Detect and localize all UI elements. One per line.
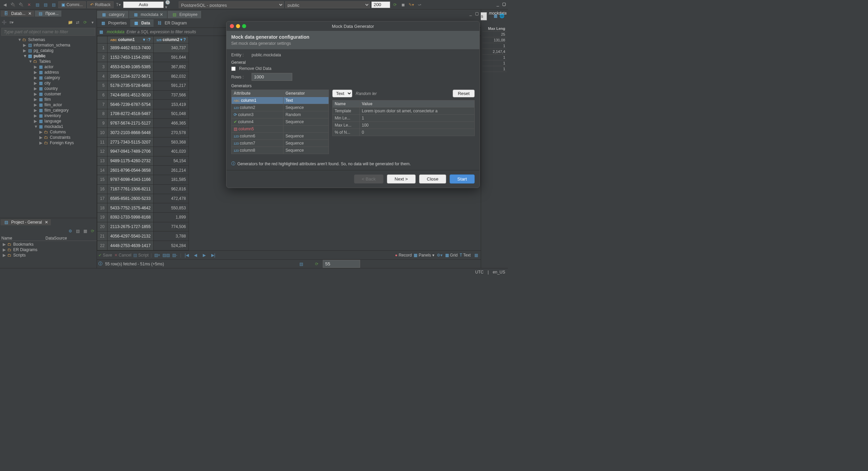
gen-attr-cell[interactable]: 123 column8 xyxy=(232,147,283,154)
refresh-icon[interactable]: ⟳ xyxy=(313,261,320,267)
cell[interactable]: 466,365 xyxy=(154,118,189,128)
history-icon[interactable]: 🕓▾ xyxy=(165,1,172,8)
del-row-icon[interactable]: ▤- xyxy=(172,252,178,259)
row-number[interactable]: 19 xyxy=(97,212,107,222)
cancel-button[interactable]: ✕ Cancel xyxy=(114,253,132,258)
rollback-button[interactable]: ↶Rollback xyxy=(87,1,114,8)
minimize-icon[interactable]: _ xyxy=(495,1,500,7)
cell[interactable]: 8392-1733-5998-8168 xyxy=(107,212,154,222)
script-button[interactable]: ▤ Script xyxy=(133,253,149,258)
subtab-er[interactable]: ⛓ER Diagram xyxy=(154,19,190,27)
cell[interactable]: 591,644 xyxy=(154,53,189,62)
cell[interactable]: 4056-4297-5540-2132 xyxy=(107,231,154,241)
tx-icon[interactable]: T▾ xyxy=(115,1,122,8)
table-country[interactable]: country xyxy=(44,86,58,91)
cell[interactable]: 583,368 xyxy=(154,137,189,147)
gen-attr-cell[interactable]: 123 column6 xyxy=(232,133,283,140)
tab-project-general[interactable]: ▤ Project - General ✕ xyxy=(1,219,51,225)
close-icon[interactable]: ✕ xyxy=(45,220,48,225)
rows-input[interactable] xyxy=(252,73,292,81)
export-icon[interactable]: ▤ xyxy=(298,261,304,267)
gear-icon[interactable]: ⚙▾ xyxy=(436,252,443,259)
row-number[interactable]: 10 xyxy=(97,128,107,137)
auto-commit-select[interactable] xyxy=(123,1,164,8)
prev-icon[interactable]: ◀ xyxy=(192,252,199,259)
table-language[interactable]: language xyxy=(44,119,61,124)
cell[interactable]: 3072-2103-8668-5448 xyxy=(107,128,154,137)
gen-attr-cell[interactable]: ▤ column5 xyxy=(232,126,283,133)
minimize-window-icon[interactable] xyxy=(236,24,240,28)
table-film-cat[interactable]: film_category xyxy=(44,108,68,113)
gen-type-cell[interactable] xyxy=(283,126,329,133)
schema-info[interactable]: information_schema xyxy=(34,43,70,48)
cell[interactable]: 6585-8581-2600-5233 xyxy=(107,194,154,203)
tables-node[interactable]: Tables xyxy=(39,59,51,64)
connect2-icon[interactable]: 🔌 xyxy=(18,1,24,8)
cell[interactable]: 1708-8272-4518-5487 xyxy=(107,109,154,119)
dup-row-icon[interactable]: ▤▤ xyxy=(163,252,170,259)
minimize-icon[interactable]: _ xyxy=(468,11,473,16)
row-number[interactable]: 17 xyxy=(97,194,107,203)
prop-value[interactable]: 1 xyxy=(360,115,475,122)
row-number[interactable]: 11 xyxy=(97,137,107,147)
stop-icon[interactable]: ◼ xyxy=(400,1,407,8)
disconnect-icon[interactable]: ✕ xyxy=(26,1,33,8)
row-limit-input[interactable] xyxy=(371,1,390,8)
tab-database-navigator[interactable]: 🗄 Datab... ✕ xyxy=(1,11,34,17)
bookmarks-node[interactable]: Bookmarks xyxy=(13,242,34,247)
cell[interactable]: 153,419 xyxy=(154,100,189,109)
table-city[interactable]: city xyxy=(44,81,51,86)
datasource-select[interactable]: PostgreSQL - postgres xyxy=(179,1,284,8)
sql3-icon[interactable]: ▤ xyxy=(50,1,57,8)
gen-type-cell[interactable]: Sequence xyxy=(283,147,329,154)
add-icon[interactable]: ▦ xyxy=(82,228,88,234)
row-number[interactable]: 8 xyxy=(97,109,107,119)
cell[interactable]: 2601-8796-0544-3658 xyxy=(107,166,154,175)
save-button[interactable]: ✔ Save xyxy=(98,253,112,258)
row-number[interactable]: 5 xyxy=(97,81,107,90)
cell[interactable]: 367,892 xyxy=(154,62,189,72)
cell[interactable]: 1,899 xyxy=(154,212,189,222)
prop-value[interactable]: 0 xyxy=(360,129,475,136)
gen-type-cell[interactable]: Random xyxy=(283,111,329,118)
cell[interactable]: 9947-0941-7489-2706 xyxy=(107,147,154,156)
perspective-icon[interactable]: ▦ xyxy=(494,14,497,18)
row-number[interactable]: 7 xyxy=(97,100,107,109)
generator-props-table[interactable]: Name Value TemplateLorem ipsum dolor sit… xyxy=(332,100,475,136)
tree-filter-input[interactable] xyxy=(1,28,95,36)
gen-type-cell[interactable]: Sequence xyxy=(283,133,329,140)
table-customer[interactable]: customer xyxy=(44,92,61,96)
schemas-node[interactable]: Schemas xyxy=(28,37,45,42)
cell[interactable]: 1152-7453-1154-2092 xyxy=(107,53,154,62)
cell[interactable]: 737,566 xyxy=(154,90,189,100)
row-number[interactable]: 18 xyxy=(97,203,107,213)
editor-tab-mockdata[interactable]: ▦mockdata✕ xyxy=(129,11,167,18)
sql-icon[interactable]: ▤ xyxy=(34,1,41,8)
next-icon[interactable]: ⤻ xyxy=(416,1,423,8)
cell[interactable]: 5433-7752-1575-4642 xyxy=(107,203,154,213)
gen-attr-cell[interactable]: ⟳ column3 xyxy=(232,111,283,118)
tab-projects[interactable]: ▤ Прое... xyxy=(35,11,61,17)
refresh-tree-icon[interactable]: ⟳ xyxy=(82,19,88,26)
row-count-input[interactable] xyxy=(323,260,360,268)
subtab-properties[interactable]: ▦Properties xyxy=(97,19,130,27)
cell[interactable]: 181,585 xyxy=(154,175,189,185)
commit-button[interactable]: ▣Commi... xyxy=(58,1,86,8)
cell[interactable]: 4553-6249-1085-5385 xyxy=(107,62,154,72)
cell[interactable]: 9787-6098-4343-1166 xyxy=(107,175,154,185)
prop-value[interactable]: Lorem ipsum dolor sit amet, consectetur … xyxy=(360,108,475,115)
cell[interactable]: 401,020 xyxy=(154,147,189,156)
cell[interactable]: 472,478 xyxy=(154,194,189,203)
maximize-icon[interactable]: ▢ xyxy=(501,1,507,7)
gen-attr-cell[interactable]: 123 column2 xyxy=(232,104,283,111)
cell[interactable]: 9489-1175-4260-2732 xyxy=(107,156,154,166)
record-button[interactable]: ● Record xyxy=(395,253,412,258)
cell[interactable]: 962,816 xyxy=(154,184,189,194)
cell[interactable]: 9767-5674-2171-5127 xyxy=(107,118,154,128)
edit-icon[interactable]: ✎▾ xyxy=(408,1,415,8)
row-number[interactable]: 4 xyxy=(97,72,107,81)
cell[interactable]: 550,853 xyxy=(154,203,189,213)
text-button[interactable]: T Text xyxy=(460,253,471,258)
col-header-2[interactable]: 123 column2 ▼? xyxy=(154,36,189,43)
row-number[interactable]: 1 xyxy=(97,43,107,53)
